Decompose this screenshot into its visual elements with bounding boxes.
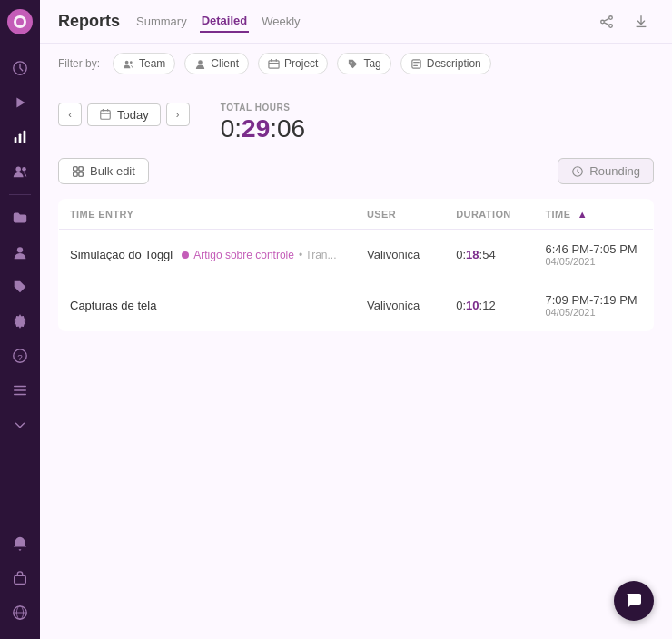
total-time-display: 0:29:06: [221, 114, 305, 143]
tab-summary[interactable]: Summary: [134, 11, 189, 32]
time-date-1: 04/05/2021: [546, 256, 643, 267]
prev-date-button[interactable]: ‹: [58, 103, 82, 126]
rounding-icon: [571, 165, 584, 178]
svg-point-15: [609, 15, 613, 19]
svg-rect-26: [79, 166, 83, 170]
time-cell-2: 7:09 PM-7:19 PM 04/05/2021: [535, 280, 654, 331]
total-hours-label: TOTAL HOURS: [221, 103, 305, 113]
entry-tags-1: Artigo sobre controle • Tran...: [182, 249, 336, 261]
tag-filter-icon: [347, 58, 359, 70]
svg-point-19: [130, 61, 133, 64]
table-row[interactable]: Capturas de tela Valivonica 0:10:12 7:09…: [59, 280, 654, 331]
entries-table: TIME ENTRY USER DURATION TIME ▲ Simulaçã…: [58, 199, 654, 331]
action-row: Bulk edit Rounding: [58, 158, 654, 184]
next-date-button[interactable]: ›: [166, 103, 190, 126]
entry-name-1: Simulação do Toggl: [70, 248, 173, 261]
header-actions: [594, 9, 654, 34]
svg-rect-3: [15, 137, 17, 143]
svg-rect-27: [74, 172, 77, 175]
col-user: USER: [356, 200, 445, 230]
page-title: Reports: [58, 12, 120, 31]
play-icon[interactable]: [5, 88, 35, 117]
share-button[interactable]: [594, 9, 619, 34]
table-row[interactable]: Simulação do Toggl Artigo sobre controle…: [59, 230, 654, 280]
filter-client-label: Client: [211, 57, 239, 70]
filter-project-label: Project: [284, 57, 318, 70]
header-tabs: Summary Detailed Weekly: [134, 10, 302, 33]
users-icon[interactable]: [5, 157, 35, 186]
svg-point-7: [22, 167, 26, 172]
rounding-label: Rounding: [589, 164, 640, 178]
svg-rect-25: [74, 166, 77, 170]
bulk-edit-label: Bulk edit: [90, 164, 135, 178]
svg-rect-21: [269, 60, 279, 67]
filter-description-label: Description: [427, 57, 481, 70]
gear-icon[interactable]: [5, 307, 35, 336]
bell-icon[interactable]: [5, 529, 35, 558]
content-area: ‹ Today › TOTAL HOURS 0:29:06: [40, 84, 672, 639]
svg-point-18: [125, 60, 129, 64]
svg-point-1: [16, 18, 24, 25]
filter-description[interactable]: Description: [400, 53, 491, 74]
user-cell-1: Valivonica: [356, 230, 445, 280]
svg-rect-4: [19, 133, 22, 143]
svg-point-6: [16, 167, 21, 172]
total-time-suffix: :06: [270, 114, 305, 143]
table-header-row: TIME ENTRY USER DURATION TIME ▲: [59, 200, 654, 230]
today-button[interactable]: Today: [87, 103, 161, 126]
folder-icon[interactable]: [5, 203, 35, 232]
project-filter-icon: [268, 58, 280, 70]
globe-icon[interactable]: [5, 598, 35, 627]
reports-icon[interactable]: [5, 123, 35, 152]
filter-team[interactable]: Team: [113, 53, 175, 74]
svg-text:?: ?: [17, 352, 23, 362]
person-icon[interactable]: [5, 238, 35, 267]
header: Reports Summary Detailed Weekly: [40, 0, 672, 44]
filter-team-label: Team: [139, 57, 165, 70]
briefcase-icon[interactable]: [5, 564, 35, 593]
bulk-edit-button[interactable]: Bulk edit: [58, 158, 149, 184]
filter-tag[interactable]: Tag: [337, 53, 390, 74]
filter-client[interactable]: Client: [184, 53, 249, 74]
tag-icon[interactable]: [5, 272, 35, 301]
svg-rect-28: [79, 172, 83, 175]
duration-cell-2: 0:10:12: [445, 280, 534, 331]
user-cell-2: Valivonica: [356, 280, 445, 331]
col-time-entry: TIME ENTRY: [59, 200, 357, 230]
tag-dot-1: [182, 251, 189, 259]
total-time-prefix: 0:: [221, 114, 242, 143]
time-range-2: 7:09 PM-7:19 PM: [546, 293, 643, 307]
total-hours: TOTAL HOURS 0:29:06: [221, 103, 305, 143]
chat-button[interactable]: [614, 581, 654, 621]
chat-icon: [625, 592, 643, 610]
sort-asc-icon: ▲: [578, 209, 588, 220]
sidebar: ?: [0, 0, 40, 639]
time-date-2: 04/05/2021: [546, 307, 643, 318]
chevron-down-icon[interactable]: [5, 410, 35, 439]
entry-cell-1: Simulação do Toggl Artigo sobre controle…: [59, 230, 357, 280]
col-time[interactable]: TIME ▲: [535, 200, 654, 230]
app-logo[interactable]: [7, 9, 33, 34]
bulk-edit-icon: [72, 165, 84, 178]
total-time-highlight: 29: [242, 114, 270, 143]
time-cell-1: 6:46 PM-7:05 PM 04/05/2021: [535, 230, 654, 280]
top-row: ‹ Today › TOTAL HOURS 0:29:06: [58, 103, 654, 143]
tab-detailed[interactable]: Detailed: [200, 10, 250, 33]
main-content: Reports Summary Detailed Weekly Filter b…: [40, 0, 672, 639]
time-range-1: 6:46 PM-7:05 PM: [546, 242, 643, 256]
client-filter-icon: [194, 58, 206, 70]
svg-point-9: [16, 283, 18, 285]
rounding-button[interactable]: Rounding: [558, 158, 654, 184]
filter-tag-label: Tag: [363, 57, 380, 70]
svg-point-17: [609, 24, 613, 27]
clock-icon[interactable]: [5, 54, 35, 83]
download-button[interactable]: [628, 9, 654, 34]
menu-icon[interactable]: [5, 376, 35, 405]
svg-point-20: [199, 60, 203, 64]
date-navigation: ‹ Today ›: [58, 103, 190, 126]
svg-rect-5: [24, 131, 26, 143]
svg-point-22: [351, 61, 352, 63]
tab-weekly[interactable]: Weekly: [260, 11, 301, 32]
question-icon[interactable]: ?: [5, 341, 35, 370]
filter-project[interactable]: Project: [258, 53, 328, 74]
